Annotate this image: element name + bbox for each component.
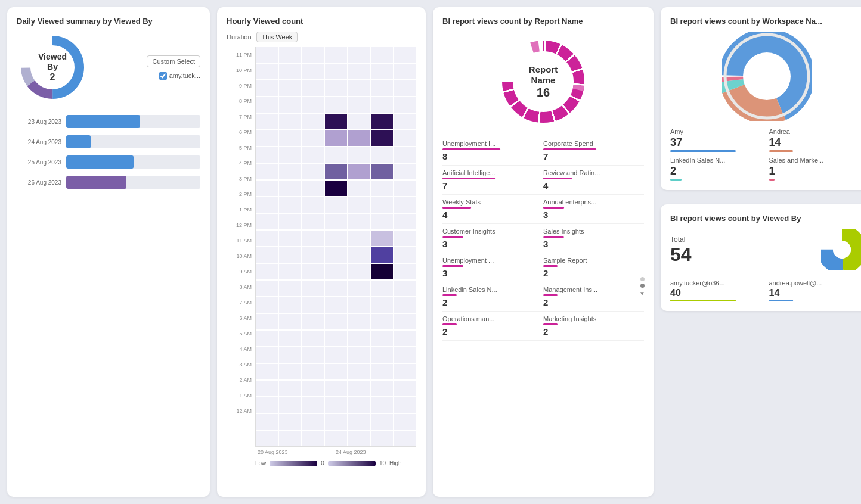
report-bar-8 <box>442 265 463 267</box>
report-name-8: Unemployment ... <box>442 257 538 264</box>
hm-cell-8-2 <box>302 181 324 196</box>
report-name-7: Sales Insights <box>543 228 639 235</box>
report-item-9: Sample Report 2 <box>543 253 644 282</box>
bar-label-1: 24 Aug 2023 <box>17 139 61 145</box>
report-item-3: Review and Ratin... 4 <box>543 166 644 195</box>
hm-cell-6-2 <box>302 147 324 163</box>
bar-track-2 <box>66 155 200 169</box>
report-bar-11 <box>543 294 558 296</box>
hm-cell-7-4 <box>348 164 370 179</box>
hm-cell-5-1 <box>279 130 301 146</box>
hm-cell-4-0 <box>256 114 278 129</box>
hm-cell-2-0 <box>256 80 278 96</box>
ws-count-2: 2 <box>670 165 764 178</box>
vb-name-1: andrea.powell@... <box>769 279 862 287</box>
hm-cell-10-6 <box>394 214 416 229</box>
report-item-10: Linkedin Sales N... 2 <box>442 282 543 312</box>
hm-cell-11-3 <box>325 231 347 246</box>
this-week-badge[interactable]: This Week <box>256 32 298 42</box>
hm-label-6pm: 6 PM <box>227 125 255 140</box>
scroll-down-arrow[interactable]: ▼ <box>639 290 645 297</box>
hm-cell-1-6 <box>394 64 416 79</box>
ws-bar-3 <box>769 179 775 181</box>
hm-cell-11-6 <box>394 231 416 246</box>
hm-cell-0-0 <box>256 47 278 63</box>
hm-cell-1-2 <box>302 64 324 79</box>
ws-bar-1 <box>769 150 794 152</box>
hm-label-3am: 3 AM <box>227 357 255 372</box>
checkbox-amy[interactable]: amy.tuck... <box>159 72 200 80</box>
hm-label-6am: 6 AM <box>227 310 255 326</box>
ws-name-3: Sales and Marke... <box>769 157 862 164</box>
report-count-12: 2 <box>442 326 538 337</box>
bar-row-1: 24 Aug 2023 <box>17 135 200 148</box>
card-workspace: BI report views count by Workspace Na... <box>661 7 861 190</box>
report-count-4: 4 <box>442 210 538 220</box>
workspace-pie-svg <box>722 32 812 121</box>
ws-count-1: 14 <box>769 136 862 149</box>
hm-cell-3-4 <box>348 97 370 113</box>
hm-cell-1-1 <box>279 64 301 79</box>
hm-cell-2-6 <box>394 80 416 96</box>
report-bar-13 <box>543 323 558 325</box>
svg-point-18 <box>743 52 791 100</box>
hm-cell-0-2 <box>302 47 324 63</box>
report-bar-0 <box>442 148 500 150</box>
hm-cell-5-4 <box>348 130 370 146</box>
hm-cell-13-0 <box>256 264 278 279</box>
ws-bar-0 <box>670 150 736 152</box>
xaxis-label-2: 24 Aug 2023 <box>336 449 366 455</box>
report-name-5: Annual enterpris... <box>543 198 639 206</box>
card3-title: BI report views count by Report Name <box>442 17 644 26</box>
report-donut-center: Report Name 16 <box>519 64 567 99</box>
amy-checkbox[interactable] <box>159 72 167 80</box>
vb-bar-1 <box>769 300 794 301</box>
hm-label-5am: 5 AM <box>227 326 255 341</box>
hm-cell-12-6 <box>394 247 416 263</box>
hm-cell-12-0 <box>256 247 278 263</box>
donut-center: Viewed By 2 <box>35 52 70 83</box>
hm-cell-6-6 <box>394 147 416 163</box>
ws-item-1: Andrea 14 <box>769 128 862 152</box>
report-name-13: Marketing Insights <box>543 315 639 322</box>
svg-point-22 <box>833 241 851 259</box>
hm-cell-4-5 <box>371 114 394 129</box>
hm-cell-7-5 <box>371 164 394 179</box>
heatmap-y-axis: 11 PM 10 PM 9 PM 8 PM 7 PM 6 PM 5 PM 4 P… <box>227 47 255 447</box>
report-bar-5 <box>543 207 564 209</box>
hm-label-11pm: 11 PM <box>227 47 255 63</box>
heatmap-x-axis: 20 Aug 2023 24 Aug 2023 <box>255 449 416 455</box>
hm-label-11am: 11 AM <box>227 233 255 248</box>
vb-count-1: 14 <box>769 288 862 298</box>
hm-cell-2-5 <box>371 80 394 96</box>
hm-label-5pm: 5 PM <box>227 140 255 155</box>
report-count-1: 7 <box>543 151 639 161</box>
bar-label-2: 25 Aug 2023 <box>17 159 61 166</box>
report-count-11: 2 <box>543 297 639 307</box>
hm-cell-9-4 <box>348 197 370 213</box>
report-count-10: 2 <box>442 297 538 307</box>
hm-label-12am: 12 AM <box>227 403 255 419</box>
duration-label: Duration <box>227 33 252 41</box>
report-name-9: Sample Report <box>543 257 639 264</box>
bar-fill-3 <box>66 176 126 189</box>
viewed-by-pie <box>821 229 861 272</box>
hm-cell-4-4 <box>348 114 370 129</box>
report-donut-wrap: Report Name 16 <box>442 34 644 129</box>
hm-cell-3-1 <box>279 97 301 113</box>
hm-cell-4-6 <box>394 114 416 129</box>
amy-label: amy.tuck... <box>169 72 200 79</box>
report-item-13: Marketing Insights 2 <box>543 312 644 341</box>
card4-viewedby-title: BI report views count by Viewed By <box>670 214 861 223</box>
dashboard: Daily Viewed summary by Viewed By Viewed… <box>7 7 854 497</box>
report-item-7: Sales Insights 3 <box>543 224 644 253</box>
report-name-6: Customer Insights <box>442 228 538 235</box>
hm-cell-5-3 <box>325 130 347 146</box>
heatmap-wrap: 11 PM 10 PM 9 PM 8 PM 7 PM 6 PM 5 PM 4 P… <box>227 47 416 466</box>
xaxis-label-1: 20 Aug 2023 <box>258 449 288 455</box>
donut-label: Viewed By <box>35 52 70 72</box>
custom-select-button[interactable]: Custom Select <box>147 55 200 67</box>
card-viewed-by: BI report views count by Viewed By Total… <box>661 204 861 311</box>
report-bar-1 <box>543 148 596 150</box>
heatmap-legend: Low 0 10 High <box>255 460 416 466</box>
